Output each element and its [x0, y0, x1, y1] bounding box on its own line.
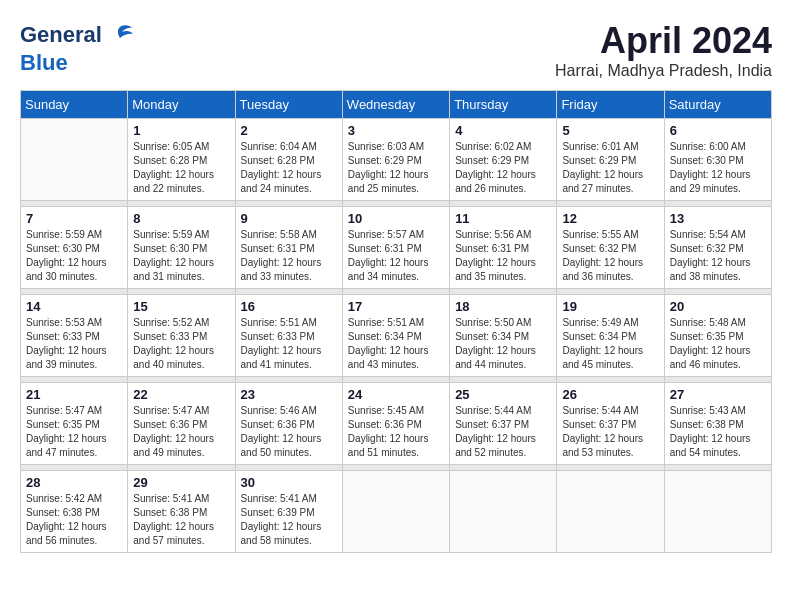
logo-blue: Blue: [20, 50, 134, 76]
calendar-cell: 21Sunrise: 5:47 AMSunset: 6:35 PMDayligh…: [21, 383, 128, 465]
calendar-cell: 18Sunrise: 5:50 AMSunset: 6:34 PMDayligh…: [450, 295, 557, 377]
header-wednesday: Wednesday: [342, 91, 449, 119]
day-number: 13: [670, 211, 766, 226]
calendar-cell: 14Sunrise: 5:53 AMSunset: 6:33 PMDayligh…: [21, 295, 128, 377]
day-number: 2: [241, 123, 337, 138]
calendar-cell: 16Sunrise: 5:51 AMSunset: 6:33 PMDayligh…: [235, 295, 342, 377]
day-info: Sunrise: 5:46 AMSunset: 6:36 PMDaylight:…: [241, 404, 337, 460]
calendar-cell: 28Sunrise: 5:42 AMSunset: 6:38 PMDayligh…: [21, 471, 128, 553]
day-info: Sunrise: 5:44 AMSunset: 6:37 PMDaylight:…: [455, 404, 551, 460]
calendar-cell: 12Sunrise: 5:55 AMSunset: 6:32 PMDayligh…: [557, 207, 664, 289]
calendar-cell: 8Sunrise: 5:59 AMSunset: 6:30 PMDaylight…: [128, 207, 235, 289]
day-number: 3: [348, 123, 444, 138]
day-info: Sunrise: 5:44 AMSunset: 6:37 PMDaylight:…: [562, 404, 658, 460]
header-friday: Friday: [557, 91, 664, 119]
day-number: 29: [133, 475, 229, 490]
calendar-cell: [557, 471, 664, 553]
day-info: Sunrise: 5:58 AMSunset: 6:31 PMDaylight:…: [241, 228, 337, 284]
day-info: Sunrise: 6:05 AMSunset: 6:28 PMDaylight:…: [133, 140, 229, 196]
calendar-week-row: 21Sunrise: 5:47 AMSunset: 6:35 PMDayligh…: [21, 383, 772, 465]
calendar-week-row: 7Sunrise: 5:59 AMSunset: 6:30 PMDaylight…: [21, 207, 772, 289]
calendar-cell: 19Sunrise: 5:49 AMSunset: 6:34 PMDayligh…: [557, 295, 664, 377]
day-info: Sunrise: 5:55 AMSunset: 6:32 PMDaylight:…: [562, 228, 658, 284]
day-number: 10: [348, 211, 444, 226]
day-info: Sunrise: 5:41 AMSunset: 6:39 PMDaylight:…: [241, 492, 337, 548]
day-info: Sunrise: 5:41 AMSunset: 6:38 PMDaylight:…: [133, 492, 229, 548]
day-number: 9: [241, 211, 337, 226]
day-info: Sunrise: 5:59 AMSunset: 6:30 PMDaylight:…: [133, 228, 229, 284]
day-number: 12: [562, 211, 658, 226]
day-number: 20: [670, 299, 766, 314]
calendar-cell: 5Sunrise: 6:01 AMSunset: 6:29 PMDaylight…: [557, 119, 664, 201]
day-info: Sunrise: 5:50 AMSunset: 6:34 PMDaylight:…: [455, 316, 551, 372]
day-number: 8: [133, 211, 229, 226]
calendar-cell: 1Sunrise: 6:05 AMSunset: 6:28 PMDaylight…: [128, 119, 235, 201]
day-info: Sunrise: 5:49 AMSunset: 6:34 PMDaylight:…: [562, 316, 658, 372]
calendar-week-row: 1Sunrise: 6:05 AMSunset: 6:28 PMDaylight…: [21, 119, 772, 201]
calendar-cell: 30Sunrise: 5:41 AMSunset: 6:39 PMDayligh…: [235, 471, 342, 553]
day-number: 15: [133, 299, 229, 314]
calendar-cell: 7Sunrise: 5:59 AMSunset: 6:30 PMDaylight…: [21, 207, 128, 289]
logo: General Blue: [20, 20, 134, 76]
day-info: Sunrise: 5:59 AMSunset: 6:30 PMDaylight:…: [26, 228, 122, 284]
calendar-cell: 17Sunrise: 5:51 AMSunset: 6:34 PMDayligh…: [342, 295, 449, 377]
calendar-title: April 2024: [555, 20, 772, 62]
day-info: Sunrise: 5:47 AMSunset: 6:36 PMDaylight:…: [133, 404, 229, 460]
day-number: 21: [26, 387, 122, 402]
calendar-cell: [664, 471, 771, 553]
day-number: 14: [26, 299, 122, 314]
day-number: 19: [562, 299, 658, 314]
day-info: Sunrise: 5:52 AMSunset: 6:33 PMDaylight:…: [133, 316, 229, 372]
calendar-cell: 26Sunrise: 5:44 AMSunset: 6:37 PMDayligh…: [557, 383, 664, 465]
calendar-cell: 25Sunrise: 5:44 AMSunset: 6:37 PMDayligh…: [450, 383, 557, 465]
day-info: Sunrise: 6:01 AMSunset: 6:29 PMDaylight:…: [562, 140, 658, 196]
day-info: Sunrise: 5:53 AMSunset: 6:33 PMDaylight:…: [26, 316, 122, 372]
day-number: 1: [133, 123, 229, 138]
calendar-cell: 27Sunrise: 5:43 AMSunset: 6:38 PMDayligh…: [664, 383, 771, 465]
day-info: Sunrise: 5:45 AMSunset: 6:36 PMDaylight:…: [348, 404, 444, 460]
page-header: General Blue April 2024 Harrai, Madhya P…: [20, 20, 772, 80]
calendar-header-row: SundayMondayTuesdayWednesdayThursdayFrid…: [21, 91, 772, 119]
calendar-table: SundayMondayTuesdayWednesdayThursdayFrid…: [20, 90, 772, 553]
day-info: Sunrise: 6:04 AMSunset: 6:28 PMDaylight:…: [241, 140, 337, 196]
day-number: 7: [26, 211, 122, 226]
calendar-cell: 6Sunrise: 6:00 AMSunset: 6:30 PMDaylight…: [664, 119, 771, 201]
day-number: 24: [348, 387, 444, 402]
day-number: 30: [241, 475, 337, 490]
calendar-cell: 13Sunrise: 5:54 AMSunset: 6:32 PMDayligh…: [664, 207, 771, 289]
calendar-cell: 24Sunrise: 5:45 AMSunset: 6:36 PMDayligh…: [342, 383, 449, 465]
day-number: 11: [455, 211, 551, 226]
calendar-cell: 3Sunrise: 6:03 AMSunset: 6:29 PMDaylight…: [342, 119, 449, 201]
calendar-cell: 2Sunrise: 6:04 AMSunset: 6:28 PMDaylight…: [235, 119, 342, 201]
calendar-cell: 11Sunrise: 5:56 AMSunset: 6:31 PMDayligh…: [450, 207, 557, 289]
calendar-subtitle: Harrai, Madhya Pradesh, India: [555, 62, 772, 80]
day-info: Sunrise: 5:48 AMSunset: 6:35 PMDaylight:…: [670, 316, 766, 372]
calendar-week-row: 14Sunrise: 5:53 AMSunset: 6:33 PMDayligh…: [21, 295, 772, 377]
calendar-cell: 20Sunrise: 5:48 AMSunset: 6:35 PMDayligh…: [664, 295, 771, 377]
calendar-cell: [21, 119, 128, 201]
calendar-cell: 22Sunrise: 5:47 AMSunset: 6:36 PMDayligh…: [128, 383, 235, 465]
day-number: 22: [133, 387, 229, 402]
day-info: Sunrise: 6:00 AMSunset: 6:30 PMDaylight:…: [670, 140, 766, 196]
day-info: Sunrise: 5:54 AMSunset: 6:32 PMDaylight:…: [670, 228, 766, 284]
calendar-cell: 4Sunrise: 6:02 AMSunset: 6:29 PMDaylight…: [450, 119, 557, 201]
day-info: Sunrise: 5:51 AMSunset: 6:33 PMDaylight:…: [241, 316, 337, 372]
header-monday: Monday: [128, 91, 235, 119]
header-saturday: Saturday: [664, 91, 771, 119]
header-tuesday: Tuesday: [235, 91, 342, 119]
day-number: 18: [455, 299, 551, 314]
day-info: Sunrise: 5:57 AMSunset: 6:31 PMDaylight:…: [348, 228, 444, 284]
day-info: Sunrise: 5:51 AMSunset: 6:34 PMDaylight:…: [348, 316, 444, 372]
day-number: 25: [455, 387, 551, 402]
day-number: 28: [26, 475, 122, 490]
calendar-week-row: 28Sunrise: 5:42 AMSunset: 6:38 PMDayligh…: [21, 471, 772, 553]
logo-bird-icon: [104, 20, 134, 50]
day-info: Sunrise: 5:42 AMSunset: 6:38 PMDaylight:…: [26, 492, 122, 548]
calendar-cell: 15Sunrise: 5:52 AMSunset: 6:33 PMDayligh…: [128, 295, 235, 377]
day-number: 6: [670, 123, 766, 138]
calendar-cell: 9Sunrise: 5:58 AMSunset: 6:31 PMDaylight…: [235, 207, 342, 289]
calendar-cell: 10Sunrise: 5:57 AMSunset: 6:31 PMDayligh…: [342, 207, 449, 289]
day-info: Sunrise: 5:56 AMSunset: 6:31 PMDaylight:…: [455, 228, 551, 284]
calendar-cell: [450, 471, 557, 553]
logo-general: General: [20, 22, 102, 48]
